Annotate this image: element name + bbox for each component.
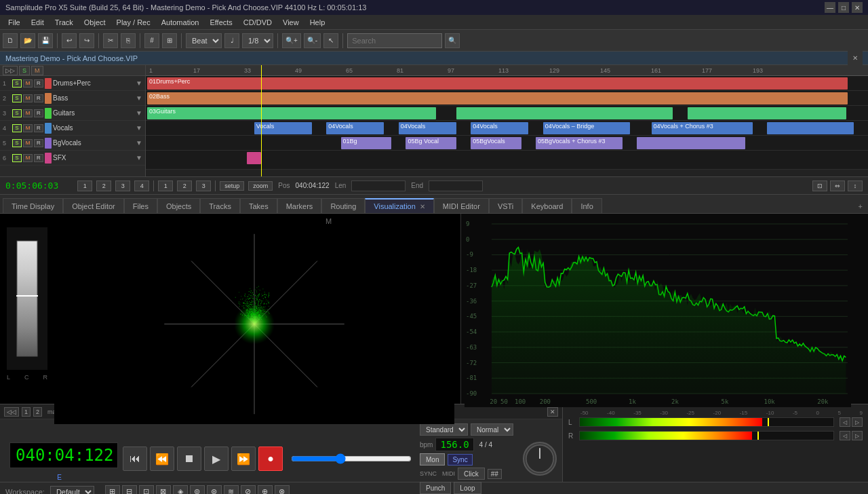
setup-button[interactable]: setup	[220, 181, 244, 191]
open-button[interactable]: 📂	[20, 33, 35, 48]
workspace-select[interactable]: Default	[50, 486, 94, 495]
tab-close-icon[interactable]: ✕	[420, 203, 425, 210]
meter-l-fwd[interactable]: ▷	[852, 417, 863, 427]
zoom-fit-button[interactable]: ⇔	[830, 180, 845, 191]
track-mute-4[interactable]: M	[23, 124, 33, 132]
menu-file[interactable]: File	[3, 17, 26, 28]
menu-cddvd[interactable]: CD/DVD	[238, 17, 277, 28]
track-expand-4[interactable]: ▼	[136, 124, 142, 132]
clips-row-4[interactable]: Vocals 04Vocals 04Vocals 04Vocals 04Voca…	[146, 121, 868, 136]
zoom-btn-2[interactable]: 2	[177, 180, 192, 191]
fit-button[interactable]: ⊡	[812, 180, 827, 191]
clips-row-3[interactable]: 03Guitars	[146, 106, 868, 121]
ws-btn-8[interactable]: ≋	[224, 485, 239, 495]
tab-keyboard[interactable]: Keyboard	[522, 198, 572, 213]
marker-2-btn[interactable]: 2	[33, 407, 42, 417]
fast-back-button[interactable]: ⏪	[150, 446, 174, 471]
fast-forward-button[interactable]: ⏩	[231, 446, 256, 471]
clip-bgvocals-5[interactable]	[637, 137, 745, 149]
new-button[interactable]: 🗋	[3, 33, 18, 48]
clips-row-6[interactable]	[146, 151, 868, 170]
clip-bgvocals-1[interactable]: 01Bg	[341, 137, 392, 149]
clip-vocals-6[interactable]: 04Vocals + Chorus #3	[652, 122, 753, 134]
zoom-button[interactable]: zoom	[248, 181, 273, 191]
ws-btn-9[interactable]: ⊘	[241, 485, 256, 495]
track-rec-4[interactable]: R	[34, 124, 43, 132]
clip-sfx-1[interactable]	[247, 152, 261, 164]
ws-btn-7[interactable]: ⊛	[207, 485, 222, 495]
clip-bgvocals-2[interactable]: 05Bg Vocal	[406, 137, 456, 149]
undo-button[interactable]: ↩	[62, 33, 77, 48]
menu-edit[interactable]: Edit	[26, 17, 50, 28]
timeline-ruler[interactable]: 1 17 33 49 65 81 97 113 129 145 161 177 …	[146, 65, 868, 76]
track-mute-2[interactable]: M	[23, 94, 33, 102]
add-tab-button[interactable]: +	[856, 200, 865, 213]
zoom-btn-3[interactable]: 3	[196, 180, 211, 191]
track-rec-3[interactable]: R	[34, 109, 43, 117]
loop-btn-3[interactable]: 3	[115, 180, 130, 191]
tab-takes[interactable]: Takes	[240, 198, 277, 213]
transport-back-btn[interactable]: ◁◁	[4, 407, 19, 417]
save-button[interactable]: 💾	[38, 33, 53, 48]
track-mute-3[interactable]: M	[23, 109, 33, 117]
tab-tracks[interactable]: Tracks	[200, 198, 240, 213]
ws-btn-1[interactable]: ⊞	[105, 485, 120, 495]
menu-effects[interactable]: Effects	[204, 17, 237, 28]
snap-button[interactable]: ⊞	[162, 33, 177, 48]
mute-global-button[interactable]: M	[31, 66, 43, 75]
track-solo-3[interactable]: S	[12, 109, 22, 117]
menu-help[interactable]: Help	[304, 17, 331, 28]
marker-1-btn[interactable]: 1	[22, 407, 31, 417]
grid-button[interactable]: #	[144, 33, 159, 48]
click-button[interactable]: Click	[458, 468, 485, 480]
project-close-button[interactable]: ✕	[848, 51, 863, 66]
track-mute-1[interactable]: M	[23, 79, 33, 88]
tab-objects[interactable]: Objects	[157, 198, 200, 213]
clip-vocals-3[interactable]: 04Vocals	[399, 122, 456, 134]
clip-guitars-2[interactable]	[456, 107, 673, 119]
collapse-all-button[interactable]: ▷▷	[3, 66, 18, 75]
track-solo-6[interactable]: S	[12, 154, 22, 162]
tab-visualization[interactable]: Visualization ✕	[365, 198, 434, 213]
ws-btn-10[interactable]: ⊕	[258, 485, 273, 495]
clip-vocals-5[interactable]: 04Vocals – Bridge	[543, 122, 630, 134]
ws-btn-4[interactable]: ⊠	[156, 485, 171, 495]
loop-btn-4[interactable]: 4	[134, 180, 149, 191]
sync-button[interactable]: Sync	[448, 454, 472, 466]
track-solo-4[interactable]: S	[12, 124, 22, 132]
tab-info[interactable]: Info	[572, 198, 601, 213]
tab-midi-editor[interactable]: MIDI Editor	[434, 198, 489, 213]
metronome-button[interactable]: ♩	[224, 33, 239, 48]
menu-object[interactable]: Object	[79, 17, 111, 28]
redo-button[interactable]: ↪	[79, 33, 94, 48]
track-solo-5[interactable]: S	[12, 139, 22, 147]
beat-select[interactable]: Beat	[186, 33, 222, 48]
clips-row-5[interactable]: 01Bg 05Bg Vocal 05BgVocals 05BgVocals + …	[146, 136, 868, 151]
tab-files[interactable]: Files	[124, 198, 157, 213]
search-input[interactable]	[347, 33, 442, 48]
cursor-button[interactable]: ↖	[323, 33, 338, 48]
track-rec-2[interactable]: R	[34, 94, 43, 102]
ws-btn-6[interactable]: ⊚	[190, 485, 205, 495]
zoom-in-button[interactable]: 🔍+	[282, 33, 301, 48]
close-button[interactable]: ✕	[852, 2, 863, 13]
track-mute-5[interactable]: M	[23, 139, 33, 147]
grid-transport-btn[interactable]: ##	[488, 469, 502, 479]
clips-row-1[interactable]: 01Drums+Perc	[146, 76, 868, 91]
search-button[interactable]: 🔍	[445, 33, 460, 48]
track-rec-5[interactable]: R	[34, 139, 43, 147]
loop-btn-2[interactable]: 2	[96, 180, 111, 191]
record-button[interactable]: ●	[258, 446, 283, 471]
ws-btn-2[interactable]: ⊟	[122, 485, 137, 495]
rewind-button[interactable]: ⏮	[123, 446, 147, 471]
meter-r-back[interactable]: ◁	[840, 431, 850, 440]
menu-view[interactable]: View	[277, 17, 304, 28]
tempo-select[interactable]: Normal	[471, 423, 513, 436]
zoom-btn-1[interactable]: 1	[158, 180, 173, 191]
mode-select[interactable]: Standard	[420, 423, 468, 436]
clip-guitars-1[interactable]: 03Guitars	[147, 107, 436, 119]
pitch-meter[interactable]	[523, 442, 557, 476]
track-expand-1[interactable]: ▼	[136, 79, 142, 87]
clip-vocals-1[interactable]: Vocals	[254, 122, 312, 134]
zoom-out-button[interactable]: 🔍-	[304, 33, 321, 48]
